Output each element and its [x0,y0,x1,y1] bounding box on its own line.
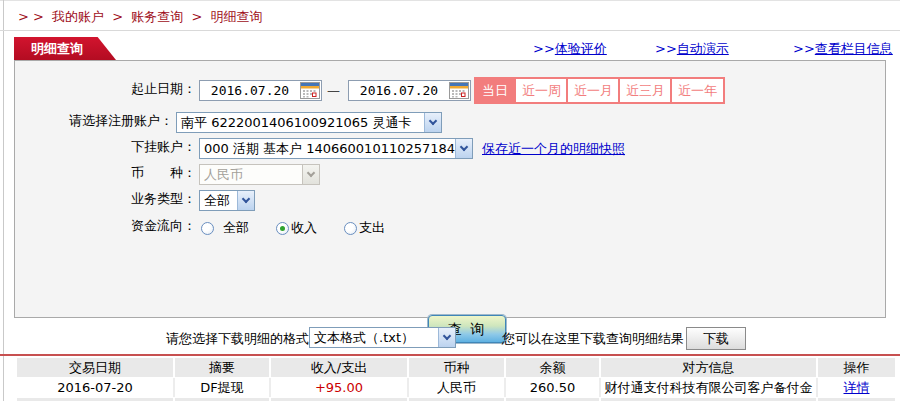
start-date-value: 2016.07.20 [200,83,300,98]
chevron-down-icon[interactable] [424,113,441,132]
page-left-border [3,0,4,401]
detail-query-page: > > 我的账户 > 账务查询 > 明细查询 明细查询 >>体验评价 >>自动演… [0,0,900,401]
sub-account-value: 000 活期 基本户 1406600101102571848 [200,139,455,158]
table-header-row: 交易日期 摘要 收入/支出 币种 余额 对方信息 操作 [17,358,895,377]
registered-account-label: 请选择注册账户： [15,112,173,130]
fund-flow-option-label: 收入 [291,219,317,237]
currency-label: 币 种： [15,164,196,182]
date-range-dash: — [327,80,340,102]
fund-flow-option-all[interactable]: 全部 [201,219,249,237]
header-trade-date: 交易日期 [17,358,173,377]
header-currency: 币种 [407,358,504,377]
chevron-down-icon [302,165,319,184]
radio-icon[interactable] [276,222,289,235]
period-button-today[interactable]: 当日 [474,77,516,104]
cell-action: 详情 [816,378,895,397]
radio-icon[interactable] [344,222,357,235]
breadcrumb-separator: > [112,9,123,24]
header-summary: 摘要 [173,358,269,377]
query-form-panel: 起止日期： 2016.07.20 — 2016.07.20 [14,60,886,318]
cell-summary: DF提现 [173,378,269,397]
fund-flow-label: 资金流向： [15,217,196,235]
header-income-expense: 收入/支出 [269,358,407,377]
chevron-down-icon[interactable] [237,191,254,210]
link-arrows: >> [533,41,555,56]
detail-link[interactable]: 详情 [844,380,870,395]
breadcrumb-item-detail-query[interactable]: 明细查询 [210,9,262,24]
calendar-icon[interactable] [300,82,320,99]
date-range-label: 起止日期： [15,80,196,98]
experience-rating-link[interactable]: >>体验评价 [533,40,607,58]
period-button-last-month[interactable]: 近一月 [566,77,621,104]
auto-demo-link[interactable]: >>自动演示 [655,40,729,58]
link-arrows: >> [655,41,677,56]
cell-counterparty: 财付通支付科技有限公司客户备付金 [599,378,816,397]
chevron-down-icon[interactable] [455,139,472,158]
header-action: 操作 [816,358,895,377]
registered-account-value: 南平 6222001406100921065 灵通卡 [177,113,424,132]
fund-flow-option-income[interactable]: 收入 [276,219,317,237]
breadcrumb: > > 我的账户 > 账务查询 > 明细查询 [18,8,266,26]
cell-trade-date: 2016-07-20 [17,378,173,397]
breadcrumb-separator: > [191,9,202,24]
period-button-last-3-months[interactable]: 近三月 [618,77,673,104]
header-balance: 余额 [504,358,599,377]
breadcrumb-item-my-account[interactable]: 我的账户 [52,9,104,24]
radio-icon[interactable] [201,222,214,235]
sub-account-label: 下挂账户： [15,138,196,156]
save-snapshot-link[interactable]: 保存近一个月的明细快照 [482,138,625,160]
download-button[interactable]: 下载 [686,327,746,350]
chevron-down-icon[interactable] [438,328,455,347]
page-top-border [0,0,900,1]
download-format-value: 文本格式（.txt） [310,328,438,347]
breadcrumb-divider [0,30,900,31]
calendar-icon[interactable] [449,82,469,99]
start-date-input[interactable]: 2016.07.20 [199,80,322,101]
period-button-last-week[interactable]: 近一周 [514,77,569,104]
download-hint-text: 您可以在这里下载查询明细结果 [502,330,684,348]
business-type-value: 全部 [200,191,237,210]
section-tab-detail-query: 明细查询 [14,37,116,60]
end-date-value: 2016.07.20 [349,83,449,98]
breadcrumb-item-account-query[interactable]: 账务查询 [131,9,183,24]
results-table: 交易日期 摘要 收入/支出 币种 余额 对方信息 操作 2016-07-20 D… [17,358,895,401]
cell-income-expense: +95.00 [269,378,407,397]
header-counterparty: 对方信息 [599,358,816,377]
fund-flow-option-label: 全部 [223,219,249,237]
fund-flow-option-label: 支出 [359,219,385,237]
fund-flow-option-expense[interactable]: 支出 [344,219,385,237]
sub-account-select[interactable]: 000 活期 基本户 1406600101102571848 [199,138,473,159]
business-type-select[interactable]: 全部 [199,190,255,211]
table-row: 2016-07-20 DF提现 +95.00 人民币 260.50 财付通支付科… [17,378,895,397]
period-button-last-year[interactable]: 近一年 [670,77,725,104]
breadcrumb-prefix: > > [18,9,44,24]
registered-account-select[interactable]: 南平 6222001406100921065 灵通卡 [176,112,442,133]
business-type-label: 业务类型： [15,190,196,208]
table-top-rule [0,354,900,356]
end-date-input[interactable]: 2016.07.20 [348,80,471,101]
currency-select: 人民币 [199,164,320,185]
cell-currency: 人民币 [407,378,504,397]
fund-flow-radio-group: 全部 收入 支出 [201,217,385,239]
view-column-info-link[interactable]: >>查看栏目信息 [793,40,893,58]
cell-balance: 260.50 [504,378,599,397]
download-format-select[interactable]: 文本格式（.txt） [309,327,456,348]
download-format-label: 请您选择下载明细的格式 [166,330,309,348]
link-arrows: >> [793,41,815,56]
section-tab-label: 明细查询 [31,41,83,56]
currency-value: 人民币 [200,165,302,184]
